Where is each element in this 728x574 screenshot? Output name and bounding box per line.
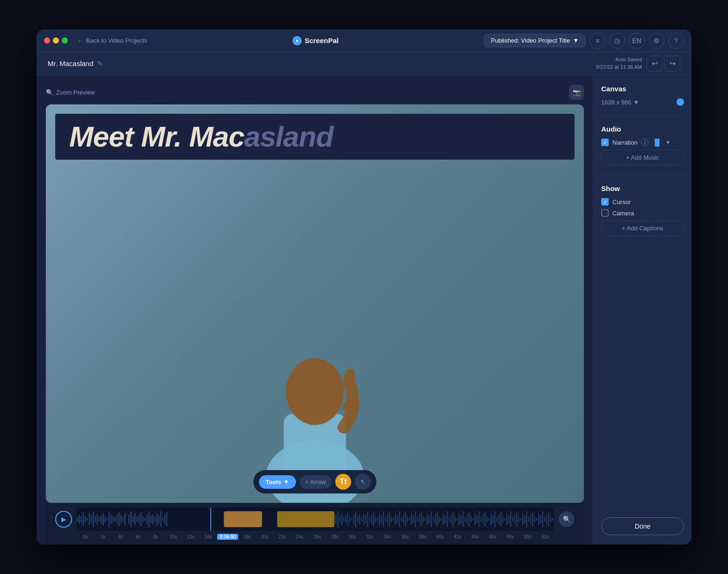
svg-rect-111	[451, 515, 452, 524]
redo-icon: ↪	[670, 59, 676, 68]
svg-rect-31	[131, 511, 132, 527]
svg-rect-5	[77, 517, 78, 522]
camera-checkbox[interactable]	[601, 209, 609, 217]
screenshot-button[interactable]: 📷	[569, 85, 584, 100]
autosave-status: Auto Saved 9/27/22 at 11:38 AM	[596, 56, 642, 71]
help-icon: ?	[674, 37, 678, 44]
svg-rect-120	[468, 512, 470, 526]
list-icon-button[interactable]: ≡	[590, 33, 605, 49]
narration-dropdown-icon[interactable]: ▼	[665, 140, 670, 145]
svg-rect-92	[413, 515, 414, 523]
clock-icon-button[interactable]: ◷	[609, 33, 625, 49]
tools-button[interactable]: Tools ▼	[259, 475, 296, 489]
maximize-button[interactable]	[62, 37, 68, 44]
svg-rect-82	[393, 518, 394, 521]
show-title: Show	[601, 184, 684, 192]
settings-button[interactable]: ⚙	[648, 33, 664, 49]
edit-icon[interactable]: ✎	[97, 60, 102, 67]
svg-rect-159	[546, 515, 547, 524]
close-button[interactable]	[44, 37, 50, 44]
svg-rect-7	[81, 516, 82, 522]
text-tool-button[interactable]: Tt	[335, 474, 351, 490]
svg-rect-40	[148, 511, 150, 527]
svg-rect-113	[455, 516, 456, 522]
svg-rect-96	[421, 512, 422, 526]
time-mark-42: 42s	[449, 534, 466, 539]
svg-rect-108	[444, 515, 446, 523]
svg-rect-55	[339, 516, 341, 522]
svg-rect-123	[474, 513, 476, 525]
svg-rect-124	[476, 515, 478, 523]
narration-bars-icon[interactable]: ▐▌	[652, 139, 662, 146]
time-mark-0: 0s	[77, 534, 94, 539]
svg-rect-51	[277, 511, 334, 527]
svg-rect-27	[121, 515, 122, 523]
svg-rect-97	[423, 516, 424, 522]
svg-rect-140	[508, 515, 510, 523]
svg-rect-9	[85, 516, 86, 522]
done-button[interactable]: Done	[601, 517, 684, 535]
arrow-button[interactable]: + Arrow	[299, 475, 331, 489]
time-mark-36: 36s	[396, 534, 414, 539]
timeline-track[interactable]	[77, 508, 554, 531]
svg-rect-68	[365, 515, 366, 523]
video-title-text: Meet Mr. Macasland	[69, 122, 561, 151]
time-mark-32: 32s	[361, 534, 379, 539]
svg-rect-83	[395, 513, 396, 525]
logo-text: ScreenPal	[305, 37, 339, 44]
back-button[interactable]: ← Back to Video Projects	[77, 37, 147, 44]
narration-checkbox[interactable]: ✓	[601, 139, 609, 146]
play-button[interactable]: ▶	[55, 511, 72, 528]
svg-rect-28	[123, 517, 124, 522]
undo-button[interactable]: ↩	[647, 56, 662, 72]
camera-row: Camera	[601, 209, 684, 217]
svg-rect-130	[488, 518, 490, 521]
svg-rect-93	[415, 511, 416, 527]
svg-rect-56	[341, 513, 342, 525]
svg-rect-6	[79, 515, 80, 524]
time-mark-14: 14s	[199, 534, 217, 539]
add-music-button[interactable]: + Add Music	[601, 150, 684, 165]
svg-rect-75	[379, 513, 380, 525]
add-captions-button[interactable]: + Add Captions	[601, 221, 684, 236]
time-mark-12: 12s	[182, 534, 199, 539]
minimize-button[interactable]	[53, 37, 59, 44]
svg-rect-79	[387, 515, 388, 524]
time-mark-24: 24s	[291, 534, 308, 539]
time-mark-18: 18s	[238, 534, 255, 539]
svg-point-2	[286, 358, 344, 425]
narration-info-icon[interactable]: i	[641, 139, 648, 146]
svg-rect-16	[99, 517, 100, 522]
time-mark-8: 8s	[147, 534, 164, 539]
svg-rect-48	[164, 515, 166, 524]
time-mark-20: 20s	[256, 534, 273, 539]
redo-button[interactable]: ↪	[664, 56, 680, 72]
time-mark-2: 2s	[94, 534, 111, 539]
svg-rect-54	[337, 511, 339, 527]
audio-title: Audio	[601, 125, 684, 133]
language-button[interactable]: EN	[629, 33, 645, 49]
cursor-checkbox[interactable]: ✓	[601, 198, 609, 206]
cursor-tool-button[interactable]: ↖	[355, 474, 371, 490]
help-button[interactable]: ?	[668, 33, 684, 49]
cursor-tool-icon: ↖	[360, 478, 366, 486]
svg-rect-37	[142, 516, 144, 522]
time-mark-48: 48s	[502, 534, 519, 539]
svg-rect-77	[383, 511, 385, 527]
svg-rect-152	[532, 512, 533, 526]
time-mark-16: 0:16:00	[217, 534, 238, 540]
person-figure-area	[46, 160, 584, 503]
svg-rect-118	[465, 517, 466, 522]
text-tool-icon: Tt	[340, 478, 347, 486]
svg-rect-49	[166, 512, 167, 526]
toolbar: Mr. Macasland ✎ Auto Saved 9/27/22 at 11…	[36, 52, 692, 75]
svg-rect-12	[91, 515, 92, 523]
editor-area: 🔍 Zoom Preview 📷 Meet Mr. Macasland	[36, 75, 593, 545]
canvas-color-dot[interactable]	[677, 98, 684, 106]
video-background: Meet Mr. Macasland	[46, 104, 584, 503]
time-mark-44: 44s	[466, 534, 484, 539]
time-mark-22: 22s	[273, 534, 291, 539]
timeline-search-button[interactable]: 🔍	[559, 511, 575, 527]
publish-button[interactable]: Published: Video Project Title ▼	[484, 34, 586, 47]
list-icon: ≡	[596, 37, 599, 44]
